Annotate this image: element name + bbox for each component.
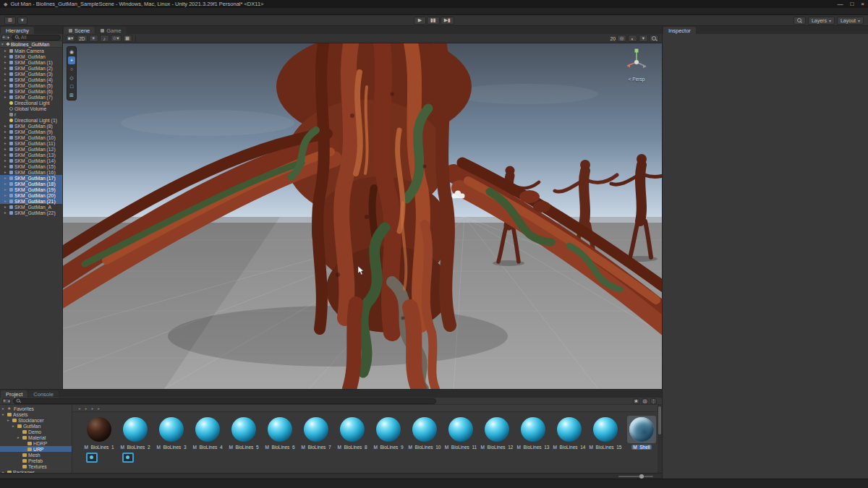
folder-row[interactable]: Demo — [0, 429, 72, 435]
project-search-input[interactable] — [22, 398, 433, 403]
project-create-button[interactable]: + — [2, 398, 11, 404]
thumbnail-size-slider[interactable] — [618, 476, 653, 477]
hierarchy-search-field[interactable] — [12, 35, 61, 40]
view-tool[interactable]: ◉ — [68, 48, 75, 56]
hidden-count-icon[interactable]: ◎ — [642, 398, 648, 404]
hierarchy-item[interactable]: SKM_GutMan (1) — [0, 59, 62, 65]
hierarchy-item[interactable]: SKM_GutMan (11) — [0, 140, 62, 146]
gizmo-perspective-label[interactable]: < Persp — [620, 77, 653, 82]
M_BioLines_9[interactable]: M_BioLines_9 — [370, 416, 407, 450]
hierarchy-item[interactable]: SKM_GutMan (8) — [0, 123, 62, 129]
hierarchy-item[interactable]: SKM_GutMan (18) — [0, 181, 62, 187]
rect-tool[interactable]: □ — [68, 82, 75, 90]
expander-icon[interactable] — [4, 164, 8, 168]
hierarchy-item[interactable]: SKM_GutMan (9) — [0, 129, 62, 134]
editor-search-button[interactable] — [793, 17, 806, 25]
expander-icon[interactable] — [4, 89, 8, 93]
expander-icon[interactable] — [1, 42, 5, 46]
M_BioLines_3[interactable]: M_BioLines_3 — [153, 416, 190, 450]
hierarchy-item[interactable]: SKM_GutMan (7) — [0, 94, 62, 100]
expander-icon[interactable] — [22, 447, 26, 451]
hierarchy-item[interactable]: SKM_GutMan (12) — [0, 146, 62, 152]
expander-icon[interactable] — [2, 470, 6, 473]
expander-icon[interactable] — [4, 181, 8, 186]
expander-icon[interactable] — [17, 464, 21, 468]
M_BioLines_10[interactable]: M_BioLines_10 — [407, 416, 443, 450]
grid-dropdown[interactable]: ▦ — [123, 35, 132, 42]
tab-project[interactable]: Project — [1, 390, 27, 398]
folder-row[interactable]: HDRP — [0, 440, 72, 446]
M_BioLines_8[interactable]: M_BioLines_8 — [334, 416, 370, 450]
hierarchy-item[interactable]: SKM_GutMan (2) — [0, 65, 62, 71]
step-button[interactable]: ▶▮ — [441, 17, 454, 25]
hierarchy-item[interactable]: Directional Light (1) — [0, 117, 62, 123]
M_BioLines_6[interactable]: M_BioLines_6 — [262, 416, 298, 450]
expander-icon[interactable] — [4, 176, 8, 180]
move-tool[interactable]: + — [68, 56, 75, 64]
pause-button[interactable]: ▮▮ — [427, 17, 440, 25]
breadcrumb-item[interactable] — [83, 406, 90, 411]
folder-row[interactable]: Stocklancer — [0, 417, 72, 423]
hierarchy-item[interactable]: SKM_GutMan (15) — [0, 163, 62, 169]
M_BioLines_13[interactable]: M_BioLines_13 — [515, 416, 551, 450]
M_BioLines_15[interactable]: M_BioLines_15 — [587, 416, 624, 450]
expander-icon[interactable] — [4, 72, 8, 76]
texture-asset-icon[interactable] — [86, 453, 98, 463]
folder-row[interactable]: GutMan — [0, 423, 72, 429]
hierarchy-item[interactable]: SKM_GutMan (13) — [0, 152, 62, 158]
expander-icon[interactable] — [4, 54, 8, 59]
2d-toggle[interactable]: 2D — [77, 35, 87, 42]
hierarchy-search-input[interactable] — [21, 35, 58, 40]
scene-search-dropdown[interactable]: ▾ — [639, 35, 648, 42]
grid-snap-icon[interactable]: ⊞ — [4, 17, 16, 25]
expander-icon[interactable] — [4, 147, 8, 151]
expander-icon[interactable] — [4, 205, 8, 209]
tab-console[interactable]: Console — [28, 390, 59, 398]
hierarchy-item[interactable]: SKM_GutMan (10) — [0, 134, 62, 140]
folder-row[interactable]: Packages — [0, 469, 72, 473]
expander-icon[interactable] — [12, 424, 16, 428]
slider-thumb[interactable] — [639, 474, 644, 479]
expander-icon[interactable] — [4, 141, 8, 145]
rotate-tool[interactable]: ○ — [68, 65, 75, 73]
expander-icon[interactable] — [17, 458, 21, 463]
scrollbar-thumb[interactable] — [658, 406, 661, 435]
expander-icon[interactable] — [17, 453, 21, 457]
layers-dropdown[interactable]: Layers — [808, 17, 835, 25]
scene-root-row[interactable]: Biolines_GutMan — [0, 41, 62, 48]
expander-icon[interactable] — [4, 83, 8, 87]
expander-icon[interactable] — [2, 406, 6, 411]
orientation-gizmo[interactable]: < Persp — [620, 46, 653, 82]
tab-game[interactable]: Game — [95, 27, 126, 34]
hierarchy-item[interactable]: SKM_GutMan (6) — [0, 88, 62, 94]
expander-icon[interactable] — [4, 158, 8, 163]
hierarchy-item[interactable]: r — [0, 111, 62, 117]
M_BioLines_11[interactable]: M_BioLines_11 — [443, 416, 479, 450]
folder-row[interactable]: Material — [0, 435, 72, 440]
hierarchy-item[interactable]: SKM_GutMan (17) — [0, 175, 62, 181]
folder-row[interactable]: Prefab — [0, 458, 72, 463]
expander-icon[interactable] — [2, 412, 6, 416]
M_BioLines_12[interactable]: M_BioLines_12 — [479, 416, 515, 450]
expander-icon[interactable] — [4, 106, 8, 111]
hierarchy-item[interactable]: SKM_GutMan (19) — [0, 187, 62, 192]
breadcrumb-item[interactable] — [77, 406, 83, 411]
folder-row[interactable]: Mesh — [0, 452, 72, 458]
panel-menu-icon[interactable]: ⋮ — [650, 398, 657, 404]
expander-icon[interactable] — [4, 129, 8, 134]
hierarchy-item[interactable]: SKM_GutMan_A — [0, 204, 62, 210]
M_BioLines_14[interactable]: M_BioLines_14 — [551, 416, 587, 450]
tool-settings-dropdown[interactable]: ▾ — [17, 17, 27, 25]
M_BioLines_5[interactable]: M_BioLines_5 — [226, 416, 262, 450]
M_BioLines_7[interactable]: M_BioLines_7 — [298, 416, 334, 450]
scene-viewport[interactable]: ◉+○◇□⊞ — [63, 43, 662, 389]
expander-icon[interactable] — [4, 118, 8, 122]
hierarchy-item[interactable]: SKM_GutMan (21) — [0, 198, 62, 204]
breadcrumb-item[interactable] — [95, 406, 102, 411]
expander-icon[interactable] — [4, 199, 8, 203]
breadcrumb-item[interactable] — [90, 406, 96, 411]
expander-icon[interactable] — [4, 66, 8, 70]
M_BioLines_1[interactable]: M_BioLines_1 — [81, 416, 117, 450]
expander-icon[interactable] — [22, 441, 26, 445]
hierarchy-item[interactable]: Directional Light — [0, 100, 62, 106]
